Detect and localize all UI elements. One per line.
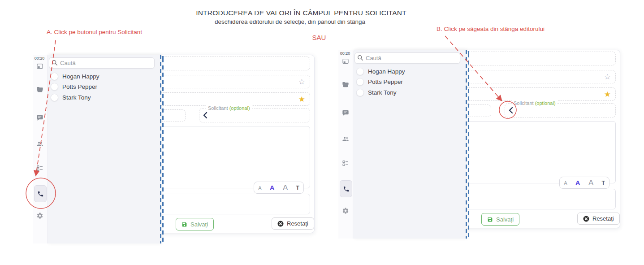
contact-option[interactable]: Potts Pepper <box>356 77 459 87</box>
folder-icon[interactable] <box>342 81 349 88</box>
page-title: INTRODUCEREA DE VALORI ÎN CÂMPUL PENTRU … <box>196 9 406 17</box>
selector-panel: Hogan Happy Potts Pepper Stark Tony <box>353 50 466 239</box>
radio-button[interactable] <box>356 68 364 75</box>
phone-button[interactable] <box>34 185 47 202</box>
panel-divider <box>160 55 164 243</box>
search-box <box>49 57 155 69</box>
favorite-star-filled-icon[interactable]: ★ <box>298 96 305 103</box>
font-large-button[interactable]: A <box>283 183 288 192</box>
chat-icon[interactable] <box>342 109 349 117</box>
chevron-left-icon[interactable] <box>202 112 208 119</box>
session-timer: 00:20 <box>33 56 46 61</box>
app-screenshot-a: ☆ ★ Solicitant (optional) A <box>33 55 315 243</box>
app-screenshot-b: ☆ ★ Solicitant (optional) A <box>338 50 621 239</box>
contact-option[interactable]: Hogan Happy <box>356 66 459 76</box>
chat-icon[interactable] <box>36 114 43 122</box>
annotation-b-label: B. Click pe săgeata din stânga editorulu… <box>437 26 545 32</box>
solicitant-field[interactable]: Solicitant (optional) <box>505 103 616 117</box>
text-style-button[interactable]: T <box>296 185 299 191</box>
font-size-toolbar: A A A T <box>559 177 609 189</box>
contact-option[interactable]: Hogan Happy <box>51 71 154 81</box>
chevron-left-icon[interactable] <box>508 107 514 114</box>
font-large-button[interactable]: A <box>588 178 593 187</box>
page-subtitle: deschiderea editorului de selecție, din … <box>215 18 365 25</box>
team-icon[interactable] <box>36 140 43 148</box>
search-input[interactable] <box>49 57 155 69</box>
save-button[interactable]: Salvați <box>481 213 519 226</box>
favorite-star-filled-icon[interactable]: ★ <box>604 91 611 98</box>
radio-button[interactable] <box>356 78 364 86</box>
folder-icon[interactable] <box>36 86 43 93</box>
radio-button[interactable] <box>51 94 58 101</box>
search-icon <box>357 55 363 61</box>
radio-button[interactable] <box>51 83 58 91</box>
settings-icon[interactable] <box>342 207 349 214</box>
solicitant-label: Solicitant (optional) <box>512 100 558 106</box>
font-medium-button[interactable]: A <box>575 179 580 187</box>
session-timer: 00:20 <box>338 51 352 56</box>
font-size-toolbar: A A A T <box>254 182 304 194</box>
reset-button[interactable]: Resetați <box>272 217 314 230</box>
radio-button[interactable] <box>51 73 58 80</box>
checklist-icon[interactable] <box>36 165 43 172</box>
favorite-star-outline-icon[interactable]: ☆ <box>604 73 611 81</box>
panel-icon[interactable] <box>342 58 349 65</box>
x-circle-icon <box>277 221 284 227</box>
phone-icon <box>343 186 350 192</box>
phone-icon <box>37 191 44 197</box>
font-small-button[interactable]: A <box>564 180 567 186</box>
or-divider-label: SAU <box>312 34 326 41</box>
save-button[interactable]: Salvați <box>176 218 214 230</box>
reset-button[interactable]: Resetați <box>577 213 620 225</box>
floppy-icon <box>487 217 493 222</box>
team-icon[interactable] <box>342 135 349 143</box>
text-style-button[interactable]: T <box>602 180 605 186</box>
floppy-icon <box>182 222 187 227</box>
search-box <box>354 52 460 64</box>
solicitant-field[interactable]: Solicitant (optional) <box>199 108 310 122</box>
tutorial-page: INTRODUCEREA DE VALORI ÎN CÂMPUL PENTRU … <box>0 0 644 265</box>
selector-panel: Hogan Happy Potts Pepper Stark Tony <box>47 55 160 243</box>
sidebar: 00:20 <box>338 50 353 239</box>
x-circle-icon <box>583 216 589 222</box>
phone-button[interactable] <box>340 180 352 197</box>
checklist-icon[interactable] <box>342 160 349 167</box>
sidebar: 00:20 <box>33 55 48 243</box>
solicitant-label: Solicitant (optional) <box>206 105 252 111</box>
annotation-a-label: A. Click pe butonul pentru Solicitant <box>47 29 142 35</box>
radio-button[interactable] <box>356 89 364 96</box>
panel-divider <box>466 50 470 239</box>
search-icon <box>52 60 58 66</box>
favorite-star-outline-icon[interactable]: ☆ <box>298 78 305 86</box>
contact-option[interactable]: Potts Pepper <box>51 82 154 91</box>
contact-option[interactable]: Stark Tony <box>356 87 459 97</box>
contact-option[interactable]: Stark Tony <box>51 92 154 102</box>
search-input[interactable] <box>354 52 460 64</box>
font-small-button[interactable]: A <box>258 185 261 191</box>
settings-icon[interactable] <box>36 212 43 219</box>
font-medium-button[interactable]: A <box>270 184 275 191</box>
panel-icon[interactable] <box>36 63 43 70</box>
